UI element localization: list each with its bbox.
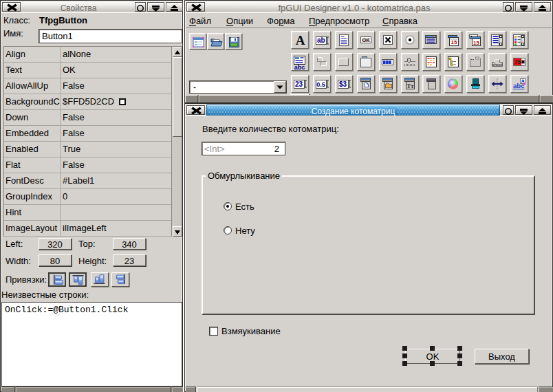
svg-text:abc: abc [294, 64, 305, 71]
svg-text:0.5: 0.5 [316, 81, 325, 88]
svg-text:Tт: Tт [406, 83, 414, 89]
svg-text:15: 15 [451, 39, 457, 45]
svg-text:OK: OK [362, 37, 370, 43]
svg-text:$3: $3 [339, 80, 347, 88]
svg-text:A: A [296, 33, 305, 47]
svg-text:75: 75 [514, 59, 521, 65]
svg-text:ab: ab [317, 36, 325, 44]
svg-text:15: 15 [473, 40, 479, 46]
svg-text:sheet: sheet [492, 63, 503, 67]
svg-text:23: 23 [295, 80, 303, 88]
